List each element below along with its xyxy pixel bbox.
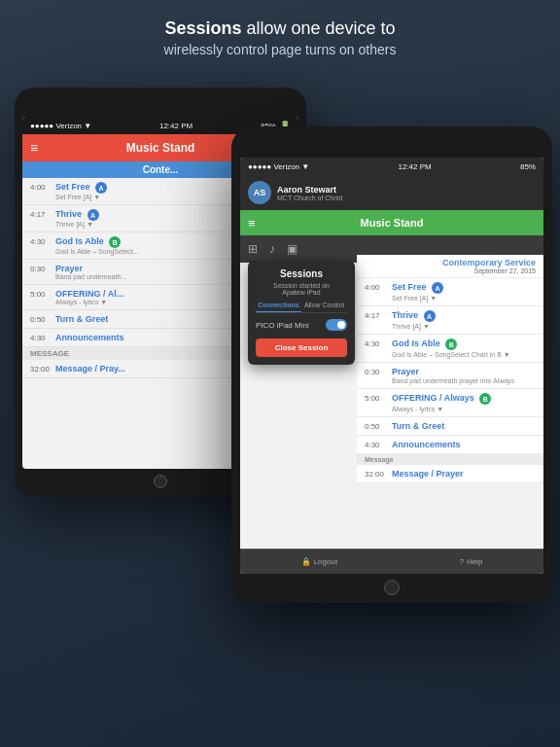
front-user-org: MCT Church of Christ: [277, 195, 343, 201]
front-row-4[interactable]: 5:00 OFFERING / Always B Always - lyrics…: [357, 389, 543, 417]
front-service-date: September 27, 2015: [365, 267, 536, 274]
front-message-section: Message: [357, 454, 543, 465]
back-carrier: ●●●●● Verizon ▼: [30, 122, 91, 130]
front-help-icon: ?: [459, 557, 463, 566]
sessions-device-label: PICO iPad Mini: [256, 321, 309, 330]
front-menu-icon[interactable]: ≡: [248, 216, 256, 231]
back-time: 12:42 PM: [159, 122, 192, 130]
back-app-title: Music Stand: [126, 141, 195, 155]
front-app-bar: ≡ Music Stand: [240, 210, 543, 235]
front-message-row[interactable]: 32:00 Message / Prayer: [357, 465, 543, 483]
front-app-title: Music Stand: [361, 217, 424, 229]
front-avatar: AS: [248, 181, 271, 204]
front-service-header: Contemporary Service September 27, 2015: [357, 255, 543, 278]
sessions-popup-subtitle: Session started onApatew iPad: [256, 282, 347, 296]
front-row-2[interactable]: 4:30 God Is Able B God Is Able – SongSel…: [357, 335, 543, 363]
sessions-device-row: PICO iPad Mini: [256, 319, 347, 331]
front-logout-button[interactable]: 🔒 Logout: [301, 557, 337, 566]
front-row-0[interactable]: 4:00 Set Free A Set Free [A] ▼: [357, 278, 543, 306]
back-menu-icon[interactable]: ≡: [30, 140, 38, 156]
header-subtitle: wirelessly control page turns on others: [39, 42, 521, 57]
front-battery: 85%: [520, 162, 536, 171]
header-bold: Sessions: [164, 18, 241, 38]
sessions-tab-allow[interactable]: Allow Control: [301, 302, 347, 312]
front-user-info: Aaron Stewart MCT Church of Christ: [277, 185, 343, 201]
front-row-5[interactable]: 0:50 Turn & Greet: [357, 417, 543, 436]
front-row-6[interactable]: 4:30 Announcements: [357, 436, 543, 454]
front-bottom-nav: 🔒 Logout ? Help: [240, 549, 543, 574]
sessions-popup: Sessions Session started onApatew iPad C…: [248, 261, 355, 365]
front-list: 4:00 Set Free A Set Free [A] ▼ 4:17 Thri…: [357, 278, 543, 483]
front-tablet-screen: ●●●●● Verizon ▼ 12:42 PM 85% AS Aaron St…: [240, 158, 543, 574]
sessions-popup-title: Sessions: [256, 268, 347, 279]
front-toolbar-files-icon[interactable]: ⊞: [248, 242, 258, 256]
front-status-bar: ●●●●● Verizon ▼ 12:42 PM 85%: [240, 158, 543, 175]
front-help-button[interactable]: ? Help: [459, 557, 482, 566]
front-user-header: AS Aaron Stewart MCT Church of Christ: [240, 175, 543, 210]
front-toolbar-music-icon[interactable]: ♪: [269, 242, 275, 256]
front-logout-icon: 🔒: [301, 557, 311, 566]
front-tablet: ●●●●● Verizon ▼ 12:42 PM 85% AS Aaron St…: [231, 126, 552, 603]
sessions-toggle[interactable]: [326, 319, 347, 331]
front-row-3[interactable]: 0:30 Prayer Band pad underneath prayer i…: [357, 363, 543, 389]
front-carrier: ●●●●● Verizon ▼: [248, 162, 309, 171]
front-home-button[interactable]: [384, 580, 400, 595]
header-normal: allow one device to: [241, 18, 395, 38]
front-user-name: Aaron Stewart: [277, 185, 343, 195]
sessions-tab-connections[interactable]: Connections: [256, 302, 301, 312]
front-time: 12:42 PM: [398, 162, 431, 171]
close-session-button[interactable]: Close Session: [256, 338, 347, 357]
back-home-button[interactable]: [154, 475, 167, 488]
header: Sessions allow one device to wirelessly …: [0, 0, 560, 71]
sessions-tabs: Connections Allow Control: [256, 302, 347, 313]
front-service-title: Contemporary Service: [365, 258, 536, 267]
front-row-1[interactable]: 4:17 Thrive A Thrive [A] ▼: [357, 306, 543, 335]
front-toolbar-tablet-icon[interactable]: ▣: [287, 242, 298, 256]
